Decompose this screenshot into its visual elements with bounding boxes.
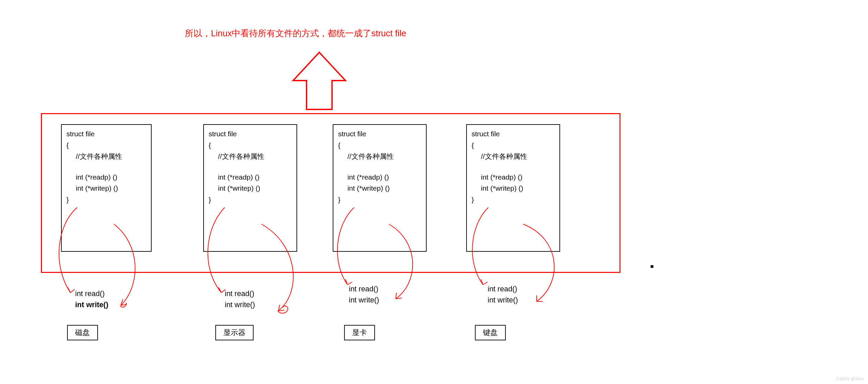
struct-writep: int (*writep) (): [66, 183, 146, 194]
struct-close: }: [338, 194, 421, 205]
struct-head: struct file: [471, 128, 555, 140]
arrow-writep-to-write-disk: [101, 221, 154, 316]
fn-write: int write(): [349, 294, 379, 305]
struct-open: {: [338, 140, 421, 151]
up-arrow-icon: [289, 50, 349, 114]
struct-readp: int (*readp) (): [66, 172, 146, 183]
arrow-writep-to-write-keyboard: [510, 221, 577, 312]
device-monitor: 显示器: [215, 325, 253, 341]
device-disk: 磁盘: [67, 325, 98, 341]
struct-comment: //文件各种属性: [338, 151, 421, 162]
arrow-writep-to-write-monitor: [248, 221, 315, 322]
stray-dot: [651, 265, 653, 268]
struct-head: struct file: [209, 128, 292, 140]
diagram-title: 所以，Linux中看待所有文件的方式，都统一成了struct file: [185, 28, 406, 39]
struct-writep: int (*writep) (): [471, 183, 555, 194]
struct-close: }: [66, 194, 146, 205]
struct-writep: int (*writep) (): [209, 183, 292, 194]
device-gpu: 显卡: [344, 325, 375, 341]
struct-readp: int (*readp) (): [471, 172, 555, 183]
struct-head: struct file: [338, 128, 421, 140]
arrow-writep-to-write-gpu: [376, 221, 433, 309]
device-keyboard: 键盘: [475, 325, 506, 341]
struct-comment: //文件各种属性: [209, 151, 292, 162]
struct-open: {: [471, 140, 555, 151]
diagram-canvas: 所以，Linux中看待所有文件的方式，都统一成了struct file stru…: [0, 0, 868, 384]
arrow-readp-to-read-monitor: [198, 205, 248, 302]
struct-open: {: [66, 140, 146, 151]
struct-close: }: [471, 194, 555, 205]
arrow-readp-to-read-disk: [50, 205, 97, 302]
struct-writep: int (*writep) (): [338, 183, 421, 194]
struct-readp: int (*readp) (): [338, 172, 421, 183]
watermark: CSDN @xhm: [836, 376, 864, 381]
struct-close: }: [209, 194, 292, 205]
struct-readp: int (*readp) (): [209, 172, 292, 183]
struct-open: {: [209, 140, 292, 151]
arrow-readp-to-read-keyboard: [462, 205, 512, 295]
struct-comment: //文件各种属性: [471, 151, 555, 162]
svg-marker-0: [293, 52, 345, 110]
arrow-readp-to-read-gpu: [327, 205, 378, 295]
struct-comment: //文件各种属性: [66, 151, 146, 162]
struct-head: struct file: [66, 128, 146, 140]
